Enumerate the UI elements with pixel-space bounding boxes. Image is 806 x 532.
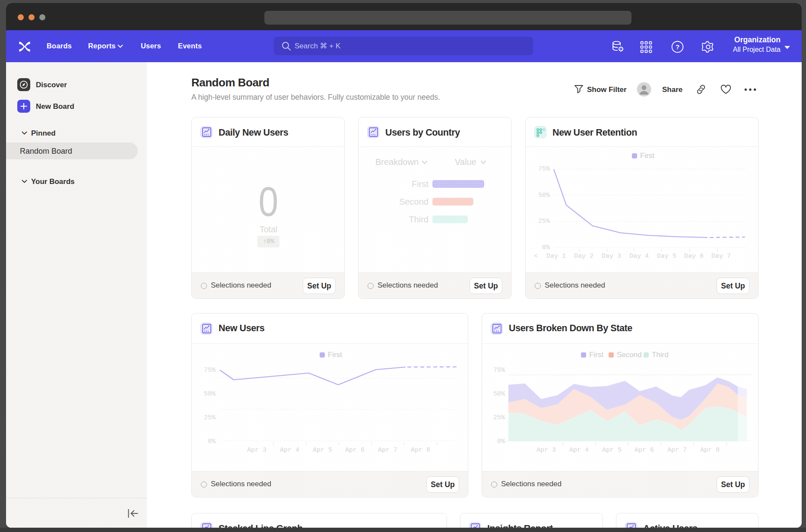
svg-text:?: ? <box>676 43 679 51</box>
